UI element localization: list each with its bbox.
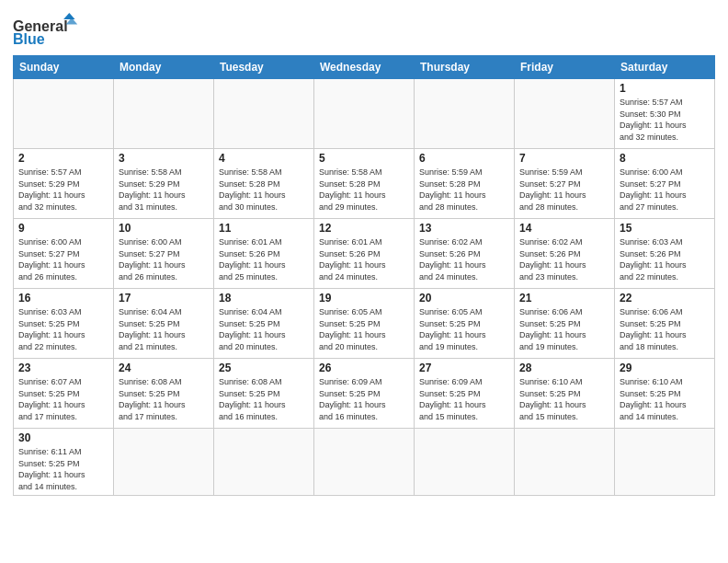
- week-row-3: 16Sunrise: 6:03 AM Sunset: 5:25 PM Dayli…: [14, 289, 715, 359]
- weekday-header-thursday: Thursday: [415, 56, 515, 79]
- calendar-page: General Blue SundayMondayTuesdayWednesda…: [0, 0, 728, 563]
- day-number: 10: [119, 222, 209, 235]
- calendar-cell: 18Sunrise: 6:04 AM Sunset: 5:25 PM Dayli…: [214, 289, 314, 359]
- calendar-cell: 6Sunrise: 5:59 AM Sunset: 5:28 PM Daylig…: [415, 149, 515, 219]
- day-number: 28: [519, 362, 609, 374]
- weekday-header-row: SundayMondayTuesdayWednesdayThursdayFrid…: [14, 56, 715, 79]
- calendar-cell: [214, 79, 314, 149]
- day-info: Sunrise: 6:01 AM Sunset: 5:26 PM Dayligh…: [219, 236, 309, 282]
- calendar-cell: 28Sunrise: 6:10 AM Sunset: 5:25 PM Dayli…: [515, 359, 615, 429]
- calendar-cell: [415, 79, 515, 149]
- weekday-header-monday: Monday: [114, 56, 214, 79]
- day-info: Sunrise: 6:06 AM Sunset: 5:25 PM Dayligh…: [519, 306, 609, 352]
- calendar-cell: [114, 79, 214, 149]
- day-number: 20: [419, 292, 509, 304]
- day-number: 7: [519, 152, 609, 165]
- day-info: Sunrise: 6:09 AM Sunset: 5:25 PM Dayligh…: [319, 376, 409, 422]
- day-info: Sunrise: 6:11 AM Sunset: 5:25 PM Dayligh…: [18, 446, 108, 492]
- calendar-table: SundayMondayTuesdayWednesdayThursdayFrid…: [13, 55, 715, 496]
- day-info: Sunrise: 5:59 AM Sunset: 5:28 PM Dayligh…: [419, 167, 509, 213]
- day-number: 11: [219, 222, 309, 235]
- day-info: Sunrise: 6:00 AM Sunset: 5:27 PM Dayligh…: [119, 236, 209, 282]
- day-number: 5: [319, 152, 409, 165]
- day-number: 22: [620, 292, 710, 304]
- day-info: Sunrise: 6:05 AM Sunset: 5:25 PM Dayligh…: [419, 306, 509, 352]
- calendar-cell: [615, 429, 715, 496]
- day-number: 3: [119, 152, 209, 165]
- week-row-2: 9Sunrise: 6:00 AM Sunset: 5:27 PM Daylig…: [14, 219, 715, 289]
- day-number: 15: [620, 222, 710, 235]
- calendar-cell: [314, 79, 415, 149]
- calendar-cell: 2Sunrise: 5:57 AM Sunset: 5:29 PM Daylig…: [14, 149, 114, 219]
- day-number: 2: [18, 152, 108, 165]
- day-info: Sunrise: 6:10 AM Sunset: 5:25 PM Dayligh…: [519, 376, 609, 422]
- weekday-header-friday: Friday: [515, 56, 615, 79]
- day-number: 4: [219, 152, 309, 165]
- day-number: 17: [119, 292, 209, 304]
- calendar-cell: 7Sunrise: 5:59 AM Sunset: 5:27 PM Daylig…: [515, 149, 615, 219]
- calendar-cell: [515, 429, 615, 496]
- day-info: Sunrise: 5:57 AM Sunset: 5:29 PM Dayligh…: [18, 167, 108, 213]
- calendar-cell: 13Sunrise: 6:02 AM Sunset: 5:26 PM Dayli…: [415, 219, 515, 289]
- logo-svg: General Blue: [13, 13, 86, 50]
- day-info: Sunrise: 6:04 AM Sunset: 5:25 PM Dayligh…: [219, 306, 309, 352]
- day-number: 18: [219, 292, 309, 304]
- day-number: 29: [620, 362, 710, 374]
- calendar-cell: 16Sunrise: 6:03 AM Sunset: 5:25 PM Dayli…: [14, 289, 114, 359]
- calendar-cell: 26Sunrise: 6:09 AM Sunset: 5:25 PM Dayli…: [314, 359, 415, 429]
- calendar-cell: 19Sunrise: 6:05 AM Sunset: 5:25 PM Dayli…: [314, 289, 415, 359]
- calendar-cell: 21Sunrise: 6:06 AM Sunset: 5:25 PM Dayli…: [515, 289, 615, 359]
- calendar-cell: 14Sunrise: 6:02 AM Sunset: 5:26 PM Dayli…: [515, 219, 615, 289]
- day-number: 16: [18, 292, 108, 304]
- day-info: Sunrise: 6:02 AM Sunset: 5:26 PM Dayligh…: [419, 236, 509, 282]
- day-info: Sunrise: 6:04 AM Sunset: 5:25 PM Dayligh…: [119, 306, 209, 352]
- day-info: Sunrise: 6:07 AM Sunset: 5:25 PM Dayligh…: [18, 376, 108, 422]
- svg-marker-2: [63, 13, 74, 19]
- calendar-cell: 4Sunrise: 5:58 AM Sunset: 5:28 PM Daylig…: [214, 149, 314, 219]
- calendar-cell: [114, 429, 214, 496]
- calendar-cell: 3Sunrise: 5:58 AM Sunset: 5:29 PM Daylig…: [114, 149, 214, 219]
- calendar-cell: [14, 79, 114, 149]
- day-number: 1: [620, 82, 710, 95]
- calendar-cell: 25Sunrise: 6:08 AM Sunset: 5:25 PM Dayli…: [214, 359, 314, 429]
- week-row-5: 30Sunrise: 6:11 AM Sunset: 5:25 PM Dayli…: [14, 429, 715, 496]
- day-info: Sunrise: 6:08 AM Sunset: 5:25 PM Dayligh…: [119, 376, 209, 422]
- day-number: 19: [319, 292, 409, 304]
- logo: General Blue: [13, 9, 86, 50]
- week-row-0: 1Sunrise: 5:57 AM Sunset: 5:30 PM Daylig…: [14, 79, 715, 149]
- day-info: Sunrise: 6:00 AM Sunset: 5:27 PM Dayligh…: [620, 167, 710, 213]
- day-number: 8: [620, 152, 710, 165]
- day-number: 24: [119, 362, 209, 374]
- weekday-header-saturday: Saturday: [615, 56, 715, 79]
- day-number: 6: [419, 152, 509, 165]
- day-number: 30: [18, 431, 108, 444]
- calendar-cell: 30Sunrise: 6:11 AM Sunset: 5:25 PM Dayli…: [14, 429, 114, 496]
- day-info: Sunrise: 6:02 AM Sunset: 5:26 PM Dayligh…: [519, 236, 609, 282]
- day-number: 9: [18, 222, 108, 235]
- calendar-cell: [415, 429, 515, 496]
- calendar-cell: 8Sunrise: 6:00 AM Sunset: 5:27 PM Daylig…: [615, 149, 715, 219]
- weekday-header-tuesday: Tuesday: [214, 56, 314, 79]
- day-number: 21: [519, 292, 609, 304]
- calendar-cell: 9Sunrise: 6:00 AM Sunset: 5:27 PM Daylig…: [14, 219, 114, 289]
- calendar-cell: [314, 429, 415, 496]
- calendar-cell: 24Sunrise: 6:08 AM Sunset: 5:25 PM Dayli…: [114, 359, 214, 429]
- week-row-4: 23Sunrise: 6:07 AM Sunset: 5:25 PM Dayli…: [14, 359, 715, 429]
- calendar-cell: 20Sunrise: 6:05 AM Sunset: 5:25 PM Dayli…: [415, 289, 515, 359]
- weekday-header-wednesday: Wednesday: [314, 56, 415, 79]
- day-info: Sunrise: 6:03 AM Sunset: 5:26 PM Dayligh…: [620, 236, 710, 282]
- day-info: Sunrise: 6:08 AM Sunset: 5:25 PM Dayligh…: [219, 376, 309, 422]
- day-info: Sunrise: 6:00 AM Sunset: 5:27 PM Dayligh…: [18, 236, 108, 282]
- day-info: Sunrise: 6:06 AM Sunset: 5:25 PM Dayligh…: [620, 306, 710, 352]
- day-number: 27: [419, 362, 509, 374]
- day-number: 13: [419, 222, 509, 235]
- day-number: 12: [319, 222, 409, 235]
- day-number: 26: [319, 362, 409, 374]
- calendar-cell: 22Sunrise: 6:06 AM Sunset: 5:25 PM Dayli…: [615, 289, 715, 359]
- day-info: Sunrise: 6:03 AM Sunset: 5:25 PM Dayligh…: [18, 306, 108, 352]
- weekday-header-sunday: Sunday: [14, 56, 114, 79]
- calendar-cell: 11Sunrise: 6:01 AM Sunset: 5:26 PM Dayli…: [214, 219, 314, 289]
- day-info: Sunrise: 5:58 AM Sunset: 5:28 PM Dayligh…: [319, 167, 409, 213]
- day-info: Sunrise: 6:05 AM Sunset: 5:25 PM Dayligh…: [319, 306, 409, 352]
- calendar-cell: 23Sunrise: 6:07 AM Sunset: 5:25 PM Dayli…: [14, 359, 114, 429]
